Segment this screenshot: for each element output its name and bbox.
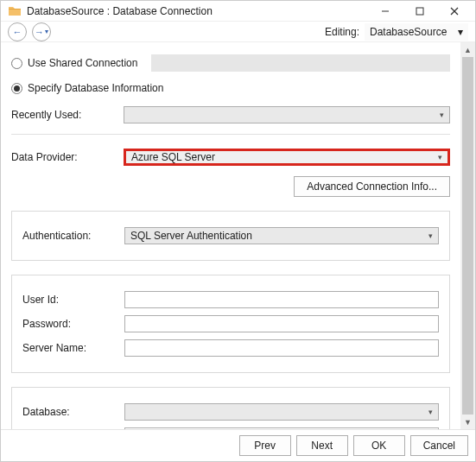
auth-section: Authentication: SQL Server Authenticatio… xyxy=(11,211,450,261)
chevron-down-icon: ▾ xyxy=(438,153,442,161)
data-provider-value: Azure SQL Server xyxy=(131,151,215,163)
database-label: Database: xyxy=(22,406,124,418)
user-id-input[interactable] xyxy=(124,291,439,308)
minimize-button[interactable] xyxy=(368,1,403,21)
editing-label: Editing: xyxy=(325,26,359,38)
password-label: Password: xyxy=(22,318,124,330)
chevron-down-icon: ▾ xyxy=(458,26,463,38)
recently-used-label: Recently Used: xyxy=(11,109,124,121)
editing-dropdown[interactable]: DatabaseSource ▾ xyxy=(365,23,468,41)
authentication-label: Authentication: xyxy=(22,230,124,242)
use-shared-label: Use Shared Connection xyxy=(28,57,137,69)
authentication-dropdown[interactable]: SQL Server Authentication ▾ xyxy=(124,227,439,244)
server-name-label: Server Name: xyxy=(22,342,124,354)
server-name-input[interactable] xyxy=(124,339,439,357)
password-input[interactable] xyxy=(124,315,439,332)
shared-connection-dropdown xyxy=(151,54,450,72)
vertical-scrollbar[interactable]: ▲ ▼ xyxy=(460,42,475,429)
divider xyxy=(11,134,450,135)
use-shared-radio[interactable] xyxy=(11,58,22,69)
advanced-connection-button[interactable]: Advanced Connection Info... xyxy=(294,176,450,197)
maximize-button[interactable] xyxy=(403,1,437,21)
chevron-down-icon: ▾ xyxy=(428,231,433,240)
chevron-down-icon: ▾ xyxy=(428,408,433,416)
recently-used-dropdown[interactable]: ▾ xyxy=(124,106,450,123)
next-button[interactable]: Next xyxy=(296,435,348,456)
database-section: Database: ▾ Schema: Port: 1433 Test xyxy=(11,387,450,429)
nav-forward-button[interactable]: →▾ xyxy=(32,22,51,41)
footer: Prev Next OK Cancel xyxy=(1,429,475,461)
toolbar: ← →▾ Editing: DatabaseSource ▾ xyxy=(1,21,475,42)
window-title: DatabaseSource : Database Connection xyxy=(27,5,213,17)
cancel-button[interactable]: Cancel xyxy=(410,435,468,456)
data-provider-dropdown[interactable]: Azure SQL Server ▾ xyxy=(124,149,450,166)
svg-rect-1 xyxy=(416,8,423,15)
dialog-window: DatabaseSource : Database Connection ← →… xyxy=(0,0,476,462)
database-dropdown[interactable]: ▾ xyxy=(124,403,439,421)
close-button[interactable] xyxy=(437,1,472,21)
ok-button[interactable]: OK xyxy=(353,435,405,456)
editing-value: DatabaseSource xyxy=(370,26,447,38)
nav-back-button[interactable]: ← xyxy=(8,22,27,41)
chevron-down-icon: ▾ xyxy=(440,111,444,119)
specify-db-radio[interactable] xyxy=(11,83,22,94)
folder-icon xyxy=(8,4,22,18)
dialog-body: Use Shared Connection Specify Database I… xyxy=(1,42,460,429)
authentication-value: SQL Server Authentication xyxy=(130,230,252,242)
data-provider-label: Data Provider: xyxy=(11,151,124,163)
scrollbar-thumb[interactable] xyxy=(462,57,473,415)
user-id-label: User Id: xyxy=(22,294,124,306)
titlebar: DatabaseSource : Database Connection xyxy=(1,1,475,21)
scroll-down-icon: ▼ xyxy=(460,415,475,429)
scroll-up-icon: ▲ xyxy=(460,42,475,57)
specify-db-label: Specify Database Information xyxy=(28,82,163,94)
prev-button[interactable]: Prev xyxy=(239,435,291,456)
credentials-section: User Id: Password: Server Name: xyxy=(11,275,450,373)
